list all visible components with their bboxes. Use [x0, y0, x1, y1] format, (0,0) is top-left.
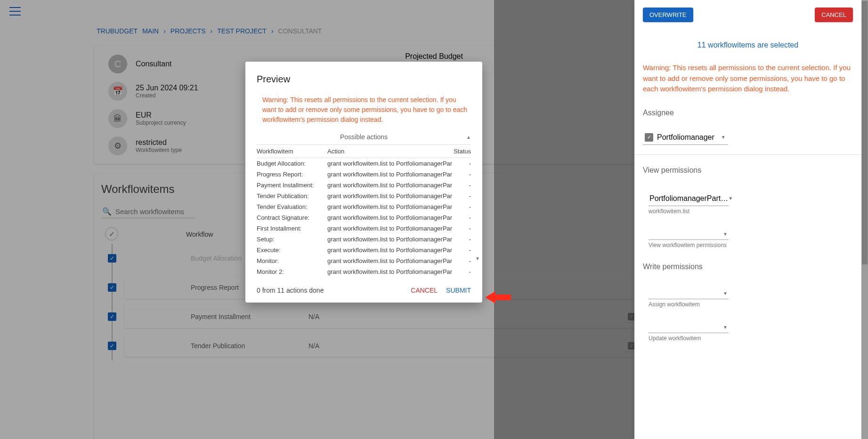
helper-text: Assign workflowitem [649, 301, 853, 308]
col-action: Action [327, 148, 452, 155]
selected-count: 11 workflowitems are selected [643, 41, 853, 49]
collapse-up-icon[interactable]: ▲ [466, 135, 471, 140]
table-row: Contract Signature:grant workflowitem.li… [257, 212, 471, 223]
table-row: Budget Allocation:grant workflowitem.lis… [257, 158, 471, 169]
svg-marker-3 [485, 291, 511, 303]
col-workflowitem: Workflowitem [257, 148, 327, 155]
table-row: Progress Report:grant workflowitem.list … [257, 169, 471, 180]
chevron-down-icon: ▼ [723, 291, 728, 296]
table-row: Execute:grant workflowitem.list to Portf… [257, 245, 471, 255]
side-panel: OVERWRITE CANCEL 11 workflowitems are se… [634, 0, 861, 439]
helper-text: View workflowitem permissions [649, 242, 853, 248]
annotation-arrow-icon [485, 290, 511, 304]
table-row: First Installment:grant workflowitem.lis… [257, 223, 471, 234]
table-row: Payment Installment:grant workflowitem.l… [257, 180, 471, 191]
scroll-down-icon[interactable]: ▼ [475, 256, 480, 261]
warning-text: Warning: This resets all permissions to … [643, 63, 853, 95]
helper-text: Update workflowitem [649, 335, 853, 342]
view-permission-select[interactable]: PortfoliomanagerPart… ▼ [649, 192, 729, 206]
view-permission-select-2[interactable]: ▼ [649, 229, 729, 240]
modal-title: Preview [257, 74, 471, 85]
cancel-button[interactable]: CANCEL [815, 8, 853, 22]
helper-text: workflowitem.list [649, 208, 853, 215]
write-permission-select-2[interactable]: ▼ [649, 322, 729, 333]
table-row: Tender Evaluation:grant workflowitem.lis… [257, 201, 471, 212]
chevron-down-icon: ▼ [723, 231, 728, 237]
table-row: Tender Publication:grant workflowitem.li… [257, 191, 471, 201]
col-status: Status [452, 148, 471, 155]
write-permission-select-1[interactable]: ▼ [649, 288, 729, 299]
modal-cancel-button[interactable]: CANCEL [411, 287, 438, 294]
chevron-down-icon: ▼ [721, 135, 726, 140]
assignee-select[interactable]: ✓ Portfoliomanager ▼ [643, 130, 728, 145]
table-row: Setup:grant workflowitem.list to Portfol… [257, 234, 471, 245]
modal-warning: Warning: This resets all permissions to … [257, 95, 471, 125]
progress-text: 0 from 11 actions done [257, 287, 324, 294]
overwrite-button[interactable]: OVERWRITE [643, 8, 693, 22]
modal-submit-button[interactable]: SUBMIT [446, 287, 471, 294]
table-row: Monitor:grant workflowitem.list to Portf… [257, 255, 471, 266]
view-permissions-label: View permissions [643, 166, 853, 175]
chevron-down-icon: ▼ [728, 196, 733, 201]
preview-modal: Preview Warning: This resets all permiss… [245, 62, 482, 303]
write-permissions-label: Write permissions [643, 263, 853, 271]
chevron-down-icon: ▼ [723, 325, 728, 330]
assignee-label: Assignee [643, 109, 853, 117]
table-row: Monitor 2:grant workflowitem.list to Por… [257, 266, 471, 277]
possible-actions-label: Possible actions [340, 133, 388, 141]
